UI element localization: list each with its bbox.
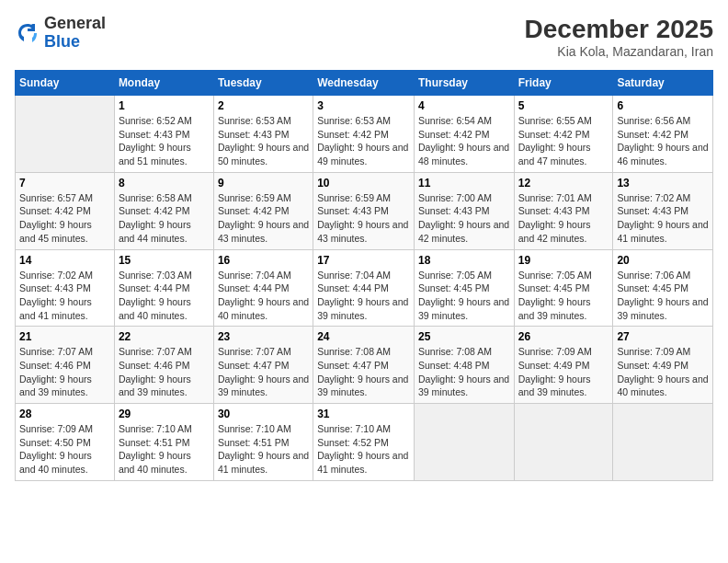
calendar-cell: 19Sunrise: 7:05 AMSunset: 4:45 PMDayligh… — [514, 249, 613, 327]
day-info: Sunrise: 7:06 AMSunset: 4:45 PMDaylight:… — [617, 269, 709, 323]
calendar-cell — [514, 404, 613, 481]
weekday-header-thursday: Thursday — [414, 71, 514, 96]
calendar-cell — [613, 404, 713, 481]
calendar-cell: 8Sunrise: 6:58 AMSunset: 4:42 PMDaylight… — [114, 172, 213, 249]
day-info: Sunrise: 7:08 AMSunset: 4:48 PMDaylight:… — [418, 345, 510, 399]
title-block: December 2025 Kia Kola, Mazandaran, Iran — [525, 15, 713, 59]
calendar-cell: 7Sunrise: 6:57 AMSunset: 4:42 PMDaylight… — [16, 172, 115, 249]
day-info: Sunrise: 7:10 AMSunset: 4:51 PMDaylight:… — [119, 422, 210, 477]
day-info: Sunrise: 6:54 AMSunset: 4:42 PMDaylight:… — [418, 114, 510, 168]
day-number: 1 — [119, 99, 210, 112]
weekday-header-wednesday: Wednesday — [313, 71, 415, 96]
calendar-cell: 16Sunrise: 7:04 AMSunset: 4:44 PMDayligh… — [213, 249, 313, 327]
day-info: Sunrise: 6:55 AMSunset: 4:42 PMDaylight:… — [518, 114, 609, 168]
day-number: 9 — [218, 177, 309, 190]
day-number: 27 — [617, 330, 709, 343]
day-info: Sunrise: 7:09 AMSunset: 4:49 PMDaylight:… — [518, 345, 609, 399]
day-info: Sunrise: 7:04 AMSunset: 4:44 PMDaylight:… — [218, 269, 309, 323]
logo-text: General Blue — [44, 15, 106, 52]
weekday-header-sunday: Sunday — [16, 71, 115, 96]
day-number: 14 — [19, 254, 110, 267]
day-number: 28 — [19, 408, 110, 420]
calendar-cell: 20Sunrise: 7:06 AMSunset: 4:45 PMDayligh… — [613, 249, 713, 327]
calendar-body: 1Sunrise: 6:52 AMSunset: 4:43 PMDaylight… — [16, 96, 713, 481]
day-number: 15 — [119, 254, 210, 267]
day-number: 24 — [317, 330, 410, 343]
calendar-cell: 1Sunrise: 6:52 AMSunset: 4:43 PMDaylight… — [114, 96, 213, 173]
calendar-cell: 30Sunrise: 7:10 AMSunset: 4:51 PMDayligh… — [213, 404, 313, 481]
calendar-cell: 23Sunrise: 7:07 AMSunset: 4:47 PMDayligh… — [213, 327, 313, 404]
calendar-cell: 26Sunrise: 7:09 AMSunset: 4:49 PMDayligh… — [514, 327, 613, 404]
day-number: 10 — [317, 177, 410, 190]
day-info: Sunrise: 7:10 AMSunset: 4:51 PMDaylight:… — [218, 422, 309, 477]
day-number: 30 — [218, 408, 309, 420]
day-number: 26 — [518, 330, 609, 343]
day-info: Sunrise: 7:05 AMSunset: 4:45 PMDaylight:… — [418, 269, 510, 323]
logo: General Blue — [15, 15, 106, 52]
calendar-cell: 5Sunrise: 6:55 AMSunset: 4:42 PMDaylight… — [514, 96, 613, 173]
day-info: Sunrise: 7:08 AMSunset: 4:47 PMDaylight:… — [317, 345, 410, 399]
calendar-cell — [414, 404, 514, 481]
day-number: 23 — [218, 330, 309, 343]
logo-icon — [15, 20, 40, 46]
calendar-week-3: 14Sunrise: 7:02 AMSunset: 4:43 PMDayligh… — [16, 249, 713, 327]
day-number: 6 — [617, 99, 709, 112]
day-number: 18 — [418, 254, 510, 267]
day-info: Sunrise: 6:59 AMSunset: 4:43 PMDaylight:… — [317, 191, 410, 246]
day-info: Sunrise: 7:09 AMSunset: 4:49 PMDaylight:… — [617, 345, 709, 399]
calendar-cell: 2Sunrise: 6:53 AMSunset: 4:43 PMDaylight… — [213, 96, 313, 173]
day-number: 2 — [218, 99, 309, 112]
calendar-cell: 6Sunrise: 6:56 AMSunset: 4:42 PMDaylight… — [613, 96, 713, 173]
weekday-header-monday: Monday — [114, 71, 213, 96]
day-info: Sunrise: 7:01 AMSunset: 4:43 PMDaylight:… — [518, 191, 609, 246]
day-number: 19 — [518, 254, 609, 267]
day-number: 4 — [418, 99, 510, 112]
day-info: Sunrise: 6:53 AMSunset: 4:42 PMDaylight:… — [317, 114, 410, 168]
calendar-cell: 12Sunrise: 7:01 AMSunset: 4:43 PMDayligh… — [514, 172, 613, 249]
day-info: Sunrise: 7:10 AMSunset: 4:52 PMDaylight:… — [317, 422, 410, 477]
day-number: 21 — [19, 330, 110, 343]
calendar-cell: 18Sunrise: 7:05 AMSunset: 4:45 PMDayligh… — [414, 249, 514, 327]
day-info: Sunrise: 6:52 AMSunset: 4:43 PMDaylight:… — [119, 114, 210, 168]
calendar-week-5: 28Sunrise: 7:09 AMSunset: 4:50 PMDayligh… — [16, 404, 713, 481]
calendar-cell: 24Sunrise: 7:08 AMSunset: 4:47 PMDayligh… — [313, 327, 415, 404]
calendar-cell: 27Sunrise: 7:09 AMSunset: 4:49 PMDayligh… — [613, 327, 713, 404]
day-number: 8 — [119, 177, 210, 190]
day-info: Sunrise: 7:00 AMSunset: 4:43 PMDaylight:… — [418, 191, 510, 246]
day-info: Sunrise: 6:58 AMSunset: 4:42 PMDaylight:… — [119, 191, 210, 246]
day-number: 7 — [19, 177, 110, 190]
calendar-cell: 15Sunrise: 7:03 AMSunset: 4:44 PMDayligh… — [114, 249, 213, 327]
calendar-cell: 31Sunrise: 7:10 AMSunset: 4:52 PMDayligh… — [313, 404, 415, 481]
day-info: Sunrise: 7:04 AMSunset: 4:44 PMDaylight:… — [317, 269, 410, 323]
logo-general: General — [44, 15, 106, 33]
calendar-cell: 22Sunrise: 7:07 AMSunset: 4:46 PMDayligh… — [114, 327, 213, 404]
day-info: Sunrise: 7:09 AMSunset: 4:50 PMDaylight:… — [19, 422, 110, 477]
calendar-cell: 28Sunrise: 7:09 AMSunset: 4:50 PMDayligh… — [16, 404, 115, 481]
calendar-title: December 2025 — [525, 15, 713, 44]
day-info: Sunrise: 7:07 AMSunset: 4:47 PMDaylight:… — [218, 345, 309, 399]
calendar-cell: 21Sunrise: 7:07 AMSunset: 4:46 PMDayligh… — [16, 327, 115, 404]
day-number: 25 — [418, 330, 510, 343]
logo-blue: Blue — [44, 33, 106, 52]
calendar-cell: 11Sunrise: 7:00 AMSunset: 4:43 PMDayligh… — [414, 172, 514, 249]
calendar-cell: 4Sunrise: 6:54 AMSunset: 4:42 PMDaylight… — [414, 96, 514, 173]
day-number: 22 — [119, 330, 210, 343]
day-number: 13 — [617, 177, 709, 190]
weekday-header-tuesday: Tuesday — [213, 71, 313, 96]
day-info: Sunrise: 6:57 AMSunset: 4:42 PMDaylight:… — [19, 191, 110, 246]
calendar-cell: 13Sunrise: 7:02 AMSunset: 4:43 PMDayligh… — [613, 172, 713, 249]
calendar-cell: 25Sunrise: 7:08 AMSunset: 4:48 PMDayligh… — [414, 327, 514, 404]
day-info: Sunrise: 6:53 AMSunset: 4:43 PMDaylight:… — [218, 114, 309, 168]
calendar-cell: 14Sunrise: 7:02 AMSunset: 4:43 PMDayligh… — [16, 249, 115, 327]
calendar-cell: 3Sunrise: 6:53 AMSunset: 4:42 PMDaylight… — [313, 96, 415, 173]
day-info: Sunrise: 7:03 AMSunset: 4:44 PMDaylight:… — [119, 269, 210, 323]
day-info: Sunrise: 7:07 AMSunset: 4:46 PMDaylight:… — [119, 345, 210, 399]
weekday-header-friday: Friday — [514, 71, 613, 96]
day-number: 29 — [119, 408, 210, 420]
calendar-cell: 17Sunrise: 7:04 AMSunset: 4:44 PMDayligh… — [313, 249, 415, 327]
calendar-subtitle: Kia Kola, Mazandaran, Iran — [525, 44, 713, 59]
day-info: Sunrise: 6:56 AMSunset: 4:42 PMDaylight:… — [617, 114, 709, 168]
day-number: 16 — [218, 254, 309, 267]
day-info: Sunrise: 7:02 AMSunset: 4:43 PMDaylight:… — [617, 191, 709, 246]
day-number: 17 — [317, 254, 410, 267]
